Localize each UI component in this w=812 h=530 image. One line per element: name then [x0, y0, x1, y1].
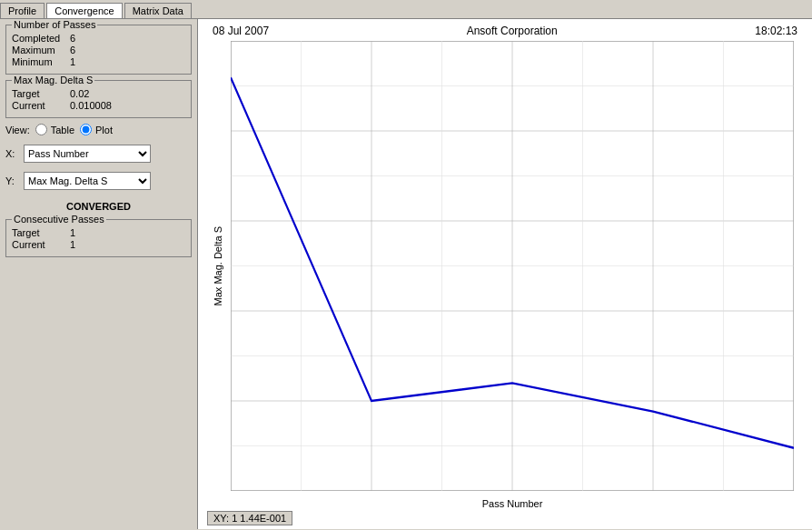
max-mag-title: Max Mag. Delta S [12, 75, 94, 85]
view-row: View: Table Plot [5, 124, 192, 135]
radio-plot[interactable]: Plot [80, 124, 113, 135]
chart-time: 18:02:13 [755, 25, 797, 37]
maximum-value: 6 [70, 45, 75, 55]
consec-passes-group: Consecutive Passes Target 1 Current 1 [5, 219, 192, 257]
x-select[interactable]: Pass Number [24, 145, 151, 163]
completed-label: Completed [12, 33, 66, 44]
chart-svg: 1.25E-001 1.00E-001 7.50E-002 5.00E-002 … [231, 41, 794, 491]
consec-current-value: 1 [70, 239, 75, 250]
tab-profile[interactable]: Profile [0, 3, 45, 18]
chart-header: 08 Jul 2007 Ansoft Corporation 18:02:13 [198, 19, 812, 41]
right-panel: 08 Jul 2007 Ansoft Corporation 18:02:13 … [198, 19, 812, 529]
status-bar: XY: 1 1.44E-001 [198, 509, 812, 529]
consec-target-value: 1 [70, 227, 75, 238]
y-label: Y: [5, 175, 20, 186]
y-selector-row: Y: Max Mag. Delta S [5, 172, 192, 190]
chart-company: Ansoft Corporation [467, 25, 558, 37]
tab-convergence[interactable]: Convergence [46, 3, 122, 18]
tab-matrix-data[interactable]: Matrix Data [124, 3, 192, 18]
tabs-bar: Profile Convergence Matrix Data [0, 0, 812, 19]
y-axis-label: Max Mag. Delta S [213, 226, 223, 305]
converged-label: CONVERGED [5, 201, 192, 212]
x-label: X: [5, 148, 20, 159]
left-panel: Number of Passes Completed 6 Maximum 6 M… [0, 19, 198, 529]
consec-passes-title: Consecutive Passes [12, 214, 106, 225]
consec-target-label: Target [12, 227, 66, 238]
maximum-label: Maximum [12, 45, 66, 55]
view-label: View: [5, 125, 30, 135]
table-label: Table [51, 125, 74, 135]
x-selector-row: X: Pass Number [5, 145, 192, 163]
num-passes-title: Number of Passes [12, 19, 97, 30]
num-passes-group: Number of Passes Completed 6 Maximum 6 M… [5, 25, 192, 75]
target-label: Target [12, 88, 66, 99]
minimum-value: 1 [70, 56, 75, 67]
radio-table[interactable]: Table [35, 124, 74, 135]
x-axis-label: Pass Number [482, 498, 543, 509]
xy-status: XY: 1 1.44E-001 [207, 511, 292, 525]
chart-wrapper: Max Mag. Delta S [207, 41, 803, 509]
current-label: Current [12, 100, 66, 111]
main-content: Number of Passes Completed 6 Maximum 6 M… [0, 19, 812, 529]
radio-plot-input[interactable] [80, 124, 92, 135]
completed-value: 6 [70, 33, 75, 44]
target-value: 0.02 [70, 88, 89, 99]
minimum-label: Minimum [12, 56, 66, 67]
consec-current-label: Current [12, 239, 66, 250]
plot-label: Plot [95, 125, 113, 135]
max-mag-group: Max Mag. Delta S Target 0.02 Current 0.0… [5, 80, 192, 118]
current-value: 0.010008 [70, 100, 112, 111]
y-select[interactable]: Max Mag. Delta S [24, 172, 151, 190]
radio-table-input[interactable] [35, 124, 47, 135]
chart-date: 08 Jul 2007 [213, 25, 269, 37]
